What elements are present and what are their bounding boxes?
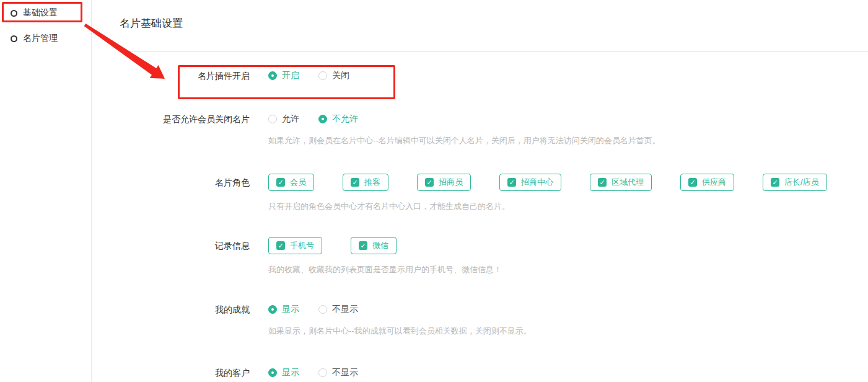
radio-unchecked-icon bbox=[268, 115, 277, 123]
checkbox-checked-icon: ✓ bbox=[276, 178, 285, 187]
radio-option-disallow[interactable]: 不允许 bbox=[318, 113, 358, 125]
radio-checked-icon bbox=[268, 305, 277, 314]
sidebar: 基础设置 名片管理 bbox=[0, 0, 92, 382]
sidebar-item-label: 名片管理 bbox=[23, 33, 58, 44]
main-content: 名片基础设置 名片插件开启 开启 关闭 是否允许会员关闭 bbox=[92, 0, 868, 379]
checkbox-label: 会员 bbox=[290, 177, 306, 188]
setting-help-text: 只有开启的角色会员中心才有名片中心入口，才能生成自己的名片。 bbox=[268, 201, 856, 211]
checkbox-chip-phone[interactable]: ✓ 手机号 bbox=[268, 237, 322, 254]
checkbox-label: 供应商 bbox=[702, 177, 726, 188]
checkbox-checked-icon: ✓ bbox=[507, 178, 516, 187]
radio-option-label: 开启 bbox=[282, 70, 299, 81]
checkbox-checked-icon: ✓ bbox=[771, 178, 779, 187]
setting-label: 名片角色 bbox=[120, 174, 250, 191]
radio-option-label: 关闭 bbox=[332, 70, 349, 81]
radio-option-label: 显示 bbox=[282, 367, 299, 378]
radio-unchecked-icon bbox=[318, 368, 327, 377]
checkbox-label: 推客 bbox=[364, 177, 380, 188]
radio-option-hide[interactable]: 不显示 bbox=[318, 367, 358, 378]
checkbox-checked-icon: ✓ bbox=[351, 178, 359, 187]
sidebar-item-card-management[interactable]: 名片管理 bbox=[0, 32, 91, 45]
settings-form: 名片插件开启 开启 关闭 是否允许会员关闭名片 bbox=[120, 69, 868, 379]
setting-label: 我的成就 bbox=[120, 303, 250, 316]
sidebar-item-label: 基础设置 bbox=[23, 7, 58, 19]
checkbox-chip-shopkeeper[interactable]: ✓ 店长/店员 bbox=[763, 174, 827, 191]
radio-option-allow[interactable]: 允许 bbox=[268, 113, 299, 125]
sidebar-item-basic-settings[interactable]: 基础设置 bbox=[0, 7, 91, 19]
checkbox-label: 招商员 bbox=[439, 177, 463, 188]
setting-row-my-achievements: 我的成就 显示 不显示 如果显示，则名片中心--我的成就可以看到会员相关数据，关… bbox=[120, 303, 868, 336]
checkbox-label: 手机号 bbox=[290, 240, 314, 251]
circle-icon bbox=[11, 10, 17, 17]
radio-option-label: 不显示 bbox=[332, 304, 358, 315]
radio-checked-icon bbox=[268, 368, 277, 377]
setting-row-plugin-enable: 名片插件开启 开启 关闭 bbox=[120, 69, 868, 82]
setting-label: 我的客户 bbox=[120, 366, 250, 379]
circle-icon bbox=[11, 35, 17, 42]
divider bbox=[120, 51, 868, 51]
setting-row-card-roles: 名片角色 ✓ 会员 ✓ 推客 ✓ 招商员 ✓ bbox=[120, 174, 868, 211]
radio-option-label: 允许 bbox=[282, 113, 299, 125]
checkbox-chip-supplier[interactable]: ✓ 供应商 bbox=[680, 174, 734, 191]
radio-checked-icon bbox=[268, 71, 277, 80]
radio-unchecked-icon bbox=[318, 71, 327, 80]
checkbox-checked-icon: ✓ bbox=[688, 178, 697, 187]
checkbox-chip-regional-agent[interactable]: ✓ 区域代理 bbox=[590, 174, 652, 191]
checkbox-label: 微信 bbox=[372, 240, 388, 251]
radio-option-off[interactable]: 关闭 bbox=[318, 70, 349, 81]
checkbox-checked-icon: ✓ bbox=[425, 178, 434, 187]
checkbox-chip-wechat[interactable]: ✓ 微信 bbox=[351, 237, 397, 254]
checkbox-chip-investment-agent[interactable]: ✓ 招商员 bbox=[417, 174, 471, 191]
setting-row-allow-close-card: 是否允许会员关闭名片 允许 不允许 如果允许，则会员在名片中心--名片编辑中可以… bbox=[120, 113, 868, 146]
checkbox-label: 招商中心 bbox=[521, 177, 553, 188]
checkbox-chip-member[interactable]: ✓ 会员 bbox=[268, 174, 314, 191]
radio-unchecked-icon bbox=[318, 305, 327, 314]
setting-label: 是否允许会员关闭名片 bbox=[120, 113, 250, 125]
radio-option-label: 显示 bbox=[282, 304, 299, 315]
setting-help-text: 如果显示，则名片中心--我的成就可以看到会员相关数据，关闭则不显示。 bbox=[268, 326, 532, 336]
checkbox-label: 店长/店员 bbox=[784, 177, 819, 188]
setting-help-text: 如果允许，则会员在名片中心--名片编辑中可以关闭个人名片，关闭后，用户将无法访问… bbox=[268, 135, 660, 146]
radio-option-label: 不显示 bbox=[332, 367, 358, 378]
checkbox-label: 区域代理 bbox=[612, 177, 644, 188]
setting-label: 名片插件开启 bbox=[120, 69, 250, 82]
radio-option-hide[interactable]: 不显示 bbox=[318, 304, 358, 315]
radio-checked-icon bbox=[318, 115, 327, 123]
checkbox-chip-promoter[interactable]: ✓ 推客 bbox=[343, 174, 388, 191]
setting-row-my-customers: 我的客户 显示 不显示 bbox=[120, 366, 868, 379]
setting-label: 记录信息 bbox=[120, 237, 250, 254]
radio-option-label: 不允许 bbox=[332, 113, 358, 125]
setting-row-record-info: 记录信息 ✓ 手机号 ✓ 微信 我的收藏、收藏我的列表页面是否显示用户的手机号、… bbox=[120, 237, 868, 275]
checkbox-checked-icon: ✓ bbox=[276, 241, 285, 250]
checkbox-checked-icon: ✓ bbox=[598, 178, 607, 187]
page-title: 名片基础设置 bbox=[120, 16, 868, 31]
radio-option-on[interactable]: 开启 bbox=[268, 70, 299, 81]
radio-option-show[interactable]: 显示 bbox=[268, 304, 299, 315]
checkbox-chip-investment-center[interactable]: ✓ 招商中心 bbox=[499, 174, 561, 191]
radio-option-show[interactable]: 显示 bbox=[268, 367, 299, 378]
setting-help-text: 我的收藏、收藏我的列表页面是否显示用户的手机号、微信信息！ bbox=[268, 264, 502, 275]
checkbox-checked-icon: ✓ bbox=[359, 241, 367, 250]
